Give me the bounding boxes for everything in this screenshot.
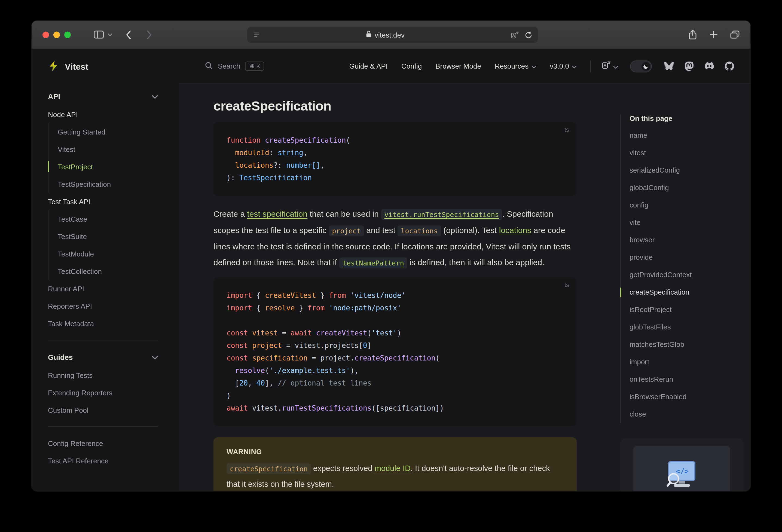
outline-item-config[interactable]: config <box>630 197 743 214</box>
sidebar-group: TestCaseTestSuiteTestModuleTestCollectio… <box>48 210 158 280</box>
close-button[interactable] <box>42 31 49 38</box>
sidebar-item-testcollection[interactable]: TestCollection <box>48 262 158 280</box>
outline-item-vitest[interactable]: vitest <box>630 144 743 162</box>
code-line: import { createVitest } from 'vitest/nod… <box>226 289 564 302</box>
outline-item-name[interactable]: name <box>630 127 743 144</box>
brand[interactable]: Vitest <box>32 49 179 79</box>
outline-item-matchestestglob[interactable]: matchesTestGlob <box>630 336 743 353</box>
tab-overview-icon[interactable] <box>730 31 740 39</box>
code-line: const specification = project.createSpec… <box>226 352 564 364</box>
inline-link[interactable]: locations <box>499 225 531 235</box>
sidebar-item-guides[interactable]: Guides <box>48 348 158 366</box>
github-icon[interactable] <box>725 62 734 71</box>
minimize-button[interactable] <box>54 31 60 38</box>
address-bar[interactable]: vitest.dev <box>247 27 538 43</box>
sidebar-item-runner-api[interactable]: Runner API <box>48 280 158 297</box>
outline-item-globalconfig[interactable]: globalConfig <box>630 179 743 197</box>
sidebar-item-test-api-reference[interactable]: Test API Reference <box>48 452 158 469</box>
nav-link-browser-mode[interactable]: Browser Mode <box>435 62 481 70</box>
page-settings-icon[interactable] <box>253 32 260 38</box>
code-line: import { resolve } from 'node:path/posix… <box>226 302 564 314</box>
sidebar-item-testcase[interactable]: TestCase <box>48 210 158 227</box>
toolbar-actions <box>688 29 740 40</box>
nav-link-guide-api[interactable]: Guide & API <box>349 62 388 70</box>
doc-content: createSpecification ts function createSp… <box>213 84 577 491</box>
discord-icon[interactable] <box>704 62 714 70</box>
sidebar-item-vitest[interactable]: Vitest <box>48 141 158 158</box>
inline-code-link[interactable]: vitest.runTestSpecifications <box>381 209 502 220</box>
sidebar-item-testmodule[interactable]: TestModule <box>48 245 158 262</box>
sidebar-item-running-tests[interactable]: Running Tests <box>48 366 158 384</box>
url-text: vitest.dev <box>375 31 404 39</box>
chevron-down-icon <box>613 61 618 71</box>
sidebar-item-testproject[interactable]: TestProject <box>48 158 158 175</box>
outline-item-browser[interactable]: browser <box>630 232 743 249</box>
sidebar-item-api[interactable]: API <box>48 87 158 106</box>
search-icon <box>205 61 213 71</box>
outline-item-vite[interactable]: vite <box>630 214 743 232</box>
moon-icon <box>643 61 648 71</box>
nav-link-resources[interactable]: Resources <box>495 62 536 70</box>
chevron-down-icon[interactable] <box>108 33 112 36</box>
sidebar-divider <box>48 340 158 340</box>
reload-icon[interactable] <box>525 31 532 38</box>
code-monitor-icon: </> <box>664 461 699 491</box>
vitest-docs-app: Vitest APINode APIGetting StartedVitestT… <box>32 49 750 491</box>
outline-item-serializedconfig[interactable]: serializedConfig <box>630 162 743 179</box>
lock-icon <box>366 30 371 40</box>
zoom-button[interactable] <box>64 31 71 38</box>
nav-link-config[interactable]: Config <box>401 62 422 70</box>
theme-toggle[interactable] <box>630 60 652 72</box>
sidebar-item-custom-pool[interactable]: Custom Pool <box>48 401 158 419</box>
sidebar-controls <box>94 31 112 39</box>
nav-link-v3-0-0[interactable]: v3.0.0 <box>550 62 577 70</box>
sidebar-item-reporters-api[interactable]: Reporters API <box>48 297 158 315</box>
warning-text: createSpecification expects resolved mod… <box>226 461 564 491</box>
bluesky-icon[interactable] <box>664 62 674 71</box>
back-button[interactable] <box>125 30 131 39</box>
forward-button[interactable] <box>146 30 152 39</box>
sidebar-item-test-task-api[interactable]: Test Task API <box>48 193 158 210</box>
code-line: function createSpecification( <box>226 134 564 146</box>
outline-item-createspecification[interactable]: createSpecification <box>630 284 743 301</box>
translate-icon <box>602 61 611 72</box>
share-icon[interactable] <box>688 29 697 40</box>
code-line: ): TestSpecification <box>226 172 564 184</box>
outline-item-provide[interactable]: provide <box>630 249 743 266</box>
inline-code-link[interactable]: testNamePattern <box>339 257 407 268</box>
sidebar-item-testsuite[interactable]: TestSuite <box>48 227 158 245</box>
outline-item-getprovidedcontext[interactable]: getProvidedContext <box>630 266 743 284</box>
outline-item-ontestsrerun[interactable]: onTestsRerun <box>630 371 743 388</box>
text-run: expects resolved <box>311 464 375 473</box>
search-label: Search <box>218 62 240 70</box>
outline-item-isrootproject[interactable]: isRootProject <box>630 301 743 319</box>
inline-link[interactable]: module ID <box>375 464 411 473</box>
svg-text:</>: </> <box>676 467 689 475</box>
sidebar-item-config-reference[interactable]: Config Reference <box>48 434 158 452</box>
outline: On this page namevitestserializedConfigg… <box>620 84 743 491</box>
sidebar-item-getting-started[interactable]: Getting Started <box>48 123 158 141</box>
page-content: createSpecification ts function createSp… <box>179 84 750 491</box>
inline-link[interactable]: test specification <box>247 209 308 218</box>
chevron-down-icon <box>531 62 536 70</box>
sidebar-item-node-api[interactable]: Node API <box>48 106 158 123</box>
chevron-down-icon <box>152 353 158 361</box>
new-tab-icon[interactable] <box>710 31 718 39</box>
theme-toggle-knob <box>641 62 650 71</box>
code-block: ts import { createVitest } from 'vitest/… <box>213 277 577 426</box>
outline-item-isbrowserenabled[interactable]: isBrowserEnabled <box>630 388 743 406</box>
outline-item-close[interactable]: close <box>630 406 743 423</box>
warning-callout: WARNING createSpecification expects reso… <box>213 437 577 491</box>
language-menu[interactable] <box>602 61 618 72</box>
outline-item-globtestfiles[interactable]: globTestFiles <box>630 319 743 336</box>
outline-item-import[interactable]: import <box>630 353 743 371</box>
inline-code: locations <box>397 225 441 236</box>
translate-icon[interactable] <box>511 31 519 39</box>
mastodon-icon[interactable] <box>684 61 694 71</box>
ad-card[interactable]: </> <box>620 438 743 491</box>
sidebar-item-testspecification[interactable]: TestSpecification <box>48 175 158 193</box>
search-button[interactable]: Search ⌘ K <box>205 61 264 71</box>
sidebar-item-extending-reporters[interactable]: Extending Reporters <box>48 384 158 401</box>
sidebar-item-task-metadata[interactable]: Task Metadata <box>48 315 158 332</box>
sidebar-toggle-icon[interactable] <box>94 31 104 39</box>
